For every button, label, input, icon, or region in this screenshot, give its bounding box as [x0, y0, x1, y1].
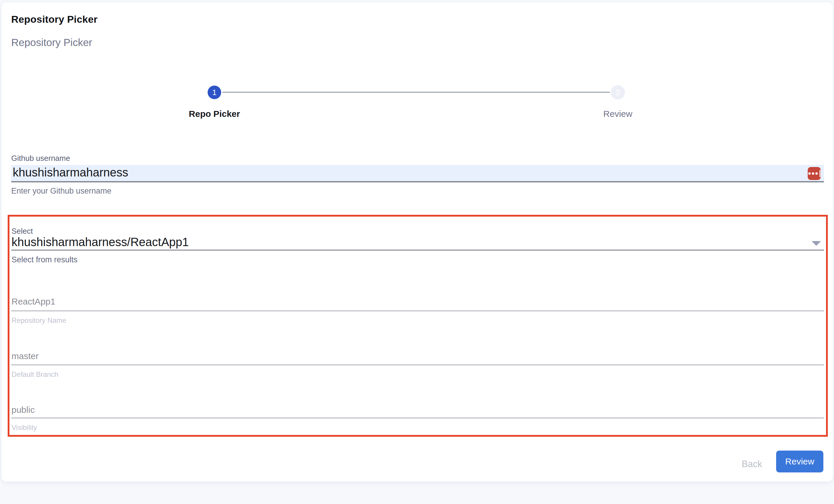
github-username-helper: Enter your Github username: [11, 186, 111, 196]
visibility-underline: [11, 417, 824, 418]
step-2-number: 2: [616, 88, 620, 97]
repo-select-underline: [11, 250, 824, 251]
step-1-label: Repo Picker: [170, 109, 259, 119]
dropdown-arrow-icon[interactable]: [812, 241, 821, 246]
repository-name-underline: [11, 311, 824, 311]
repository-name-value: ReactApp1: [12, 297, 55, 306]
github-username-label: Github username: [11, 154, 70, 163]
repository-picker-card: Repository Picker Repository Picker 1 2 …: [1, 2, 833, 482]
page-subtitle: Repository Picker: [11, 37, 92, 48]
step-2-label: Review: [573, 109, 662, 119]
default-branch-underline: [11, 364, 824, 365]
repo-select-helper: Select from results: [12, 255, 78, 265]
github-username-input[interactable]: [11, 165, 824, 182]
stepper-connector-line: [222, 92, 610, 93]
page-title: Repository Picker: [11, 14, 98, 25]
visibility-label: Visibility: [12, 423, 37, 432]
repo-select-label: Select: [12, 227, 33, 236]
default-branch-label: Default Branch: [12, 370, 59, 379]
step-2-circle[interactable]: 2: [611, 85, 625, 99]
repository-name-label: Repository Name: [12, 316, 66, 325]
visibility-value: public: [12, 405, 35, 415]
review-button[interactable]: Review: [776, 451, 824, 473]
password-manager-icon[interactable]: [808, 167, 821, 180]
step-1-circle[interactable]: 1: [207, 86, 221, 99]
back-button[interactable]: Back: [730, 457, 774, 472]
default-branch-value: master: [12, 351, 39, 361]
step-1-number: 1: [212, 88, 217, 97]
repo-select-dropdown[interactable]: khushisharmaharness/ReactApp1: [12, 235, 809, 249]
